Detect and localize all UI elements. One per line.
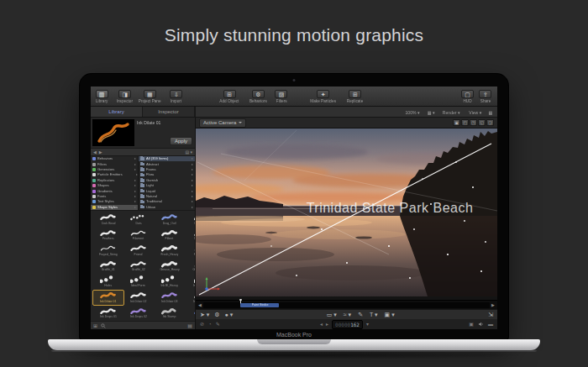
style-swatch-label: Graffiti_02 — [132, 269, 145, 271]
playback-toggle-icon[interactable]: ◔ — [208, 322, 212, 327]
tool-button[interactable]: T ▾ — [370, 312, 378, 317]
frame-back-icon[interactable]: ◂ — [320, 322, 323, 327]
toolbar-button[interactable]: ⊞ Add Object — [217, 90, 242, 103]
panel-tab[interactable]: Inspector — [143, 107, 195, 117]
library-nav-icon[interactable]: ▶ — [99, 150, 102, 155]
timecode-menu-icon[interactable]: ▾ — [366, 322, 369, 327]
playback-toggle-icon[interactable]: ⊘ — [200, 322, 204, 327]
style-swatch-label: Holes — [104, 284, 112, 286]
canvas-tool-row: ➤ ▾⚙● ▾ ▭ ▾≈ ▾✎T ▾▣ ▾ ⇲ — [196, 309, 497, 319]
style-swatch[interactable]: Ink Dilate 03 — [153, 290, 186, 306]
style-swatch[interactable]: Dots — [124, 212, 153, 228]
canvas-view-button[interactable]: ◱ — [478, 119, 486, 126]
frame-forward-icon[interactable]: ▸ — [326, 322, 328, 327]
toolbar-button[interactable]: ▥ Library — [94, 90, 109, 103]
canvas-view-button[interactable]: ▣ — [453, 119, 460, 126]
view-control-dropdown[interactable]: Render ▾ — [443, 109, 460, 114]
speaker-icon[interactable] — [478, 322, 484, 327]
style-swatch[interactable]: Ink Bl_Heavy — [153, 274, 186, 290]
style-stroke-sample — [132, 309, 145, 313]
folder-row[interactable]: Urban — [139, 205, 195, 210]
view-control-dropdown[interactable]: View ▾ — [469, 109, 481, 114]
style-swatch[interactable]: Ink Dilate 01 — [92, 290, 124, 306]
tool-button[interactable]: ● ▾ — [225, 312, 234, 317]
list-view-icon[interactable]: ▤ — [187, 322, 192, 328]
toolbar-button[interactable]: ⇪ Share — [479, 90, 492, 103]
toolbar-button-label: Add Object — [220, 98, 239, 102]
playback-toggle-icon[interactable]: ✎ — [216, 322, 220, 327]
style-swatch[interactable]: Feathers — [92, 228, 124, 244]
folder-label: Urban — [146, 206, 155, 209]
style-swatch[interactable]: Ink Stamp — [153, 306, 186, 321]
search-icon[interactable] — [101, 323, 106, 328]
tool-button[interactable]: ≈ ▾ — [344, 312, 351, 317]
toolbar-button-label: Library — [96, 98, 108, 102]
toolbar-button[interactable]: ⊞ Replicate — [344, 90, 365, 103]
view-control-dropdown[interactable]: 100% ▾ — [406, 109, 420, 114]
style-swatch[interactable]: Ink Dilate 04 — [186, 290, 195, 306]
chevron-down-icon — [239, 122, 242, 123]
view-control-dropdown[interactable]: ▦ — [489, 109, 493, 114]
style-swatch[interactable]: Dark Bead — [92, 212, 124, 228]
style-swatch[interactable]: Drag_Outl — [153, 212, 186, 228]
style-swatch[interactable]: Grease_Heavy — [153, 259, 186, 275]
apply-button[interactable]: Apply — [170, 137, 192, 145]
toolbar-button[interactable]: ◨ Inspector — [114, 90, 135, 103]
style-swatch[interactable]: Friend — [124, 243, 153, 259]
view-control-dropdown[interactable]: ▦ ▾ — [428, 109, 435, 114]
scrub-left-icon[interactable]: ◀ — [197, 303, 203, 307]
style-swatch[interactable]: Fresh_Light — [186, 243, 195, 259]
toolbar-button[interactable]: ⚙ Behaviors — [247, 90, 270, 103]
create-tools: ▭ ▾≈ ▾✎T ▾▣ ▾ — [327, 312, 395, 317]
folder-icon — [140, 168, 144, 171]
style-swatch[interactable]: Fresh_Heavy — [153, 243, 186, 259]
tool-button[interactable]: ▭ ▾ — [327, 312, 337, 317]
canvas-view-button[interactable]: ◰ — [461, 119, 469, 126]
style-swatch[interactable]: Ideal Form — [124, 274, 153, 290]
style-swatch[interactable]: Graffiti_01 — [92, 259, 124, 275]
pane-toggle-group: ▥ Library ◨ Inspector — [94, 90, 135, 103]
style-swatch[interactable]: Ink Drops 01 — [92, 306, 124, 321]
loop-icon[interactable]: ▣ — [469, 322, 474, 327]
style-swatch-label: Feathers — [102, 237, 114, 239]
fullscreen-icon[interactable]: ⇲ — [488, 312, 493, 317]
new-folder-icon[interactable]: ⊞ — [93, 322, 97, 328]
library-nav-icon[interactable]: ◀ — [93, 150, 97, 155]
timeline-track[interactable]: Paint Stroke — [203, 302, 490, 308]
panel-tab[interactable]: Library — [91, 107, 143, 117]
macbook-base — [48, 339, 540, 350]
playback-options-icon[interactable]: ▬ — [488, 322, 493, 327]
style-swatch[interactable]: Frayed_String — [92, 243, 124, 259]
style-swatch[interactable]: Filament — [124, 228, 153, 244]
style-swatch[interactable]: Ink Drops 02 — [124, 306, 153, 321]
library-nav-icon[interactable]: ▤ ▾ — [185, 150, 192, 155]
style-swatch[interactable]: Graffiti_02 — [124, 259, 153, 275]
style-swatch[interactable]: Ink Bl_Splash — [186, 274, 195, 290]
scrub-right-icon[interactable]: ▶ — [490, 303, 496, 307]
style-swatch[interactable]: Holes — [92, 274, 124, 290]
toolbar-button[interactable]: ⇩ Import — [169, 90, 183, 103]
style-swatch[interactable]: Grease_Light — [186, 259, 195, 275]
category-row[interactable]: Shape Styles — [91, 205, 138, 210]
style-swatch[interactable]: Filbert — [153, 228, 186, 244]
camera-select-button[interactable]: Active Camera — [199, 118, 246, 128]
canvas-view-button[interactable]: ◲ — [486, 119, 494, 126]
canvas-view-button[interactable]: ◳ — [470, 119, 477, 126]
style-swatch[interactable]: Fingerpaint — [186, 228, 195, 244]
mini-timeline[interactable]: ◀ Paint Stroke ▶ — [196, 300, 497, 309]
toolbar-button[interactable]: ✦ Make Particles — [307, 90, 339, 103]
category-label: Particle Emitters — [97, 173, 123, 176]
toolbar-button[interactable]: ▨ Filters — [275, 90, 288, 103]
style-swatch[interactable]: Ink Wash — [186, 306, 195, 321]
timecode-field[interactable]: 00000 162 — [332, 320, 363, 329]
toolbar-button[interactable]: ▢ HUD — [461, 90, 474, 103]
tool-button[interactable]: ⚙ — [214, 312, 219, 317]
style-swatch[interactable]: Dry_Heavy — [186, 212, 195, 228]
canvas-viewport[interactable]: Trinidad State Park Beach — [196, 128, 497, 300]
layer-bar[interactable]: Paint Stroke — [240, 303, 279, 307]
tool-button[interactable]: ▣ ▾ — [385, 312, 395, 317]
style-swatch[interactable]: Ink Dilate 02 — [124, 290, 153, 306]
tool-button[interactable]: ➤ ▾ — [200, 312, 209, 317]
tool-button[interactable]: ✎ — [358, 312, 363, 317]
toolbar-button[interactable]: ▦ Project Pane — [135, 90, 164, 103]
